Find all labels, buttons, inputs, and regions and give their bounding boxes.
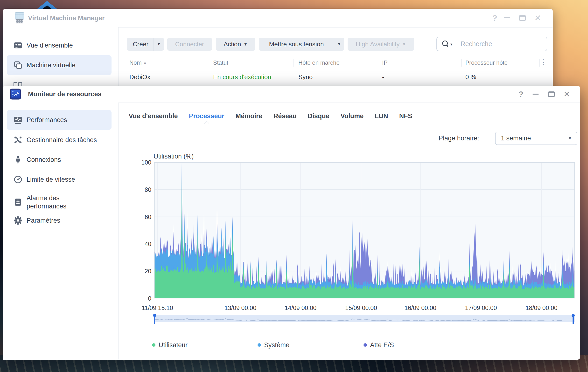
chart-title: Utilisation (%) [154,153,194,160]
action-button[interactable]: Action▼ [216,38,255,51]
close-icon: ✕ [563,90,570,98]
column-header-ip[interactable]: IP [382,56,388,70]
table-row-cell[interactable]: DebiOx [129,70,150,84]
vmm-search: ▾ [436,37,547,51]
chevron-down-icon: ▼ [402,42,406,47]
minimize-button[interactable] [530,89,541,99]
button-label: High Availability [356,41,400,48]
table-row-cell: Syno [298,70,313,84]
cr-er-button[interactable]: Créer▼ [127,38,164,51]
y-axis-tick-label: 100 [130,159,151,166]
range-slider-right-handle[interactable] [572,314,575,324]
y-axis-tick-label: 40 [130,240,151,248]
x-axis-tick-label: 17/09 00:00 [457,304,505,311]
chevron-down-icon[interactable]: ▼ [154,38,164,51]
sidebar-item-limite-de-vitesse[interactable]: Limite de vitesse [7,170,112,189]
sidebar-item-label: Paramètres [27,217,60,225]
chevron-down-icon[interactable]: ▼ [334,38,344,51]
sidebar-item-performances[interactable]: Performances [7,110,112,130]
tab-volume[interactable]: Volume [341,113,364,120]
vmm-app-icon [14,12,25,25]
help-button[interactable]: ? [515,89,526,99]
help-icon: ? [518,90,523,98]
chevron-down-icon: ▼ [243,42,248,47]
legend-item-utilisateur[interactable]: Utilisateur [152,341,188,349]
tab-disque[interactable]: Disque [308,113,329,120]
x-axis-tick-label: 14/09 00:00 [276,304,325,311]
maximize-button[interactable] [517,12,528,23]
column-divider [378,59,378,67]
legend-dot-icon [364,343,367,347]
search-input[interactable] [460,38,544,50]
sidebar-item-label: Limite de vitesse [27,176,75,184]
column-header-h-te-en-marche[interactable]: Hôte en marche [298,56,340,70]
performance-icon [13,115,22,124]
gear-icon [13,216,22,225]
column-settings-icon[interactable]: ⋮ [540,56,547,70]
sidebar-item-param-tres[interactable]: Paramètres [7,211,112,230]
button-label: Mettre sous tension [259,38,334,51]
x-axis-tick-label: 18/09 00:00 [517,304,566,311]
tab-processeur[interactable]: Processeur [189,113,224,120]
sidebar-item-machine-virtuelle[interactable]: Machine virtuelle [7,55,112,75]
column-header-processeur-h-te[interactable]: Processeur hôte [465,56,508,70]
close-button[interactable]: ✕ [561,89,572,99]
tab-divider [129,124,576,124]
sort-caret-icon: ▼ [143,61,147,65]
help-icon: ? [493,14,497,22]
sidebar-item-label: Machine virtuelle [27,61,75,69]
column-divider [209,59,209,67]
legend-item-syst-me[interactable]: Système [258,341,289,349]
table-row-cell: 0 % [465,70,476,84]
x-axis-tick-label: 16/09 00:00 [396,304,445,311]
sidebar-item-label: Alarme desperformances [27,194,66,210]
chart-range-slider[interactable] [154,315,575,322]
tab-vue-d-ensemble[interactable]: Vue d'ensemble [129,113,178,120]
column-header-nom[interactable]: Nom ▼ [129,56,147,70]
sidebar-item-vue-d-ensemble[interactable]: Vue d'ensemble [7,35,112,55]
chevron-down-icon: ▼ [568,132,572,145]
close-icon: ✕ [535,14,541,22]
gauge-icon [13,175,22,184]
vmm-window-title: Virtual Machine Manager [28,14,105,22]
tab-nfs[interactable]: NFS [399,113,412,120]
sidebar-item-label: Performances [27,116,67,124]
search-icon[interactable] [442,41,448,46]
table-row-cell: En cours d'exécution [213,70,271,84]
minimize-icon [533,93,539,94]
tab-m-moire[interactable]: Mémoire [236,113,262,120]
mettre-sous-tension-button[interactable]: Mettre sous tension▼ [259,38,344,51]
card-icon [13,41,22,50]
maximize-button[interactable] [546,89,556,99]
rm-tab-bar: Vue d'ensembleProcesseurMémoireRéseauDis… [129,109,412,123]
button-label: Action [223,41,241,48]
rm-window-title: Moniteur de ressources [28,91,102,98]
plug-icon [13,155,22,164]
sidebar-item-label: Gestionnaire des tâches [27,136,97,144]
table-row-cell: - [382,70,384,84]
time-range-label: Plage horaire: [439,132,479,145]
x-axis-tick-label: 13/09 00:00 [216,304,264,311]
column-divider [294,59,294,67]
y-axis-tick-label: 20 [130,268,151,275]
tab-r-seau[interactable]: Réseau [273,113,297,120]
search-scope-caret-icon[interactable]: ▾ [451,42,452,47]
connecter-button: Connecter [167,38,212,51]
minimize-button[interactable] [502,12,513,23]
legend-item-atte-e-s[interactable]: Atte E/S [364,341,394,349]
column-header-statut[interactable]: Statut [213,56,228,70]
legend-label: Utilisateur [158,341,188,349]
sidebar-item-gestionnaire-des-t-ches[interactable]: Gestionnaire des tâches [7,130,112,150]
range-slider-left-handle[interactable] [153,314,156,324]
tab-lun[interactable]: LUN [375,113,388,120]
close-button[interactable]: ✕ [533,12,543,23]
sidebar-item-connexions[interactable]: Connexions [7,150,112,170]
rm-app-icon [10,88,21,101]
y-axis-tick-label: 80 [130,186,151,193]
help-button[interactable]: ? [490,12,500,23]
button-label: Connecter [175,41,204,48]
y-axis-tick-label: 60 [130,213,151,220]
x-axis-tick-label: 11/09 15:10 [133,304,181,311]
legend-label: Système [264,341,289,349]
time-range-select[interactable]: 1 semaine ▼ [495,132,578,145]
